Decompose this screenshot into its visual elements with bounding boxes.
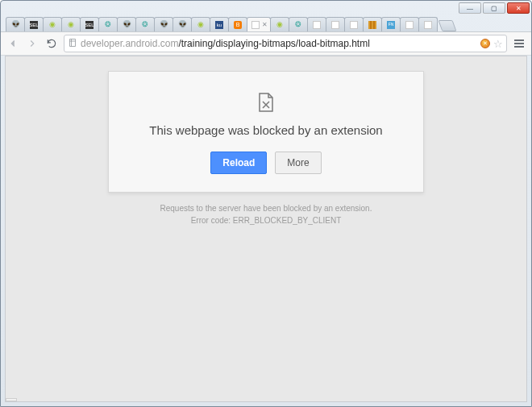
turtle-favicon-icon: ❂: [140, 20, 150, 30]
android-favicon-icon: ◉: [48, 20, 57, 30]
blank-favicon-icon: [349, 20, 359, 30]
browser-tab[interactable]: 👽: [117, 17, 136, 31]
android-favicon-icon: ◉: [66, 20, 76, 30]
browser-tab[interactable]: [307, 17, 326, 31]
fni-favicon-icon: FN: [386, 20, 396, 30]
blank-favicon-icon: [330, 20, 340, 30]
broken-page-icon: [258, 93, 274, 112]
blank-favicon-icon: [312, 20, 322, 30]
error-title: This webpage was blocked by an extension: [125, 123, 407, 137]
browser-tab[interactable]: SEL: [24, 17, 44, 31]
blogger-favicon-icon: B: [233, 20, 243, 30]
browser-tab[interactable]: ❂: [289, 17, 308, 31]
bookmark-star-icon[interactable]: ☆: [493, 38, 503, 50]
android-favicon-icon: ◉: [196, 20, 206, 30]
tab-strip: 👽SEL◉◉SEL❂👽❂👽👽◉kuB✕◉❂FN: [1, 15, 531, 31]
error-card: This webpage was blocked by an extension…: [108, 71, 424, 193]
status-bar: [6, 398, 17, 401]
browser-tab[interactable]: 👽: [154, 17, 173, 31]
reddit-favicon-icon: 👽: [159, 20, 168, 30]
browser-tab[interactable]: ❂: [98, 17, 118, 31]
browser-tab[interactable]: ◉: [191, 17, 210, 31]
browser-tab[interactable]: B: [228, 17, 247, 31]
maximize-button[interactable]: ▢: [483, 2, 505, 14]
chrome-menu-button[interactable]: [512, 36, 526, 51]
browser-tab[interactable]: [363, 17, 382, 31]
close-button[interactable]: ✕: [507, 2, 530, 14]
extension-block-icon[interactable]: [480, 39, 490, 48]
browser-tab[interactable]: 👽: [6, 17, 25, 31]
reddit-favicon-icon: 👽: [177, 20, 187, 30]
browser-tab[interactable]: SEL: [80, 17, 99, 31]
reddit-favicon-icon: 👽: [122, 20, 131, 30]
browser-tab[interactable]: ◉: [61, 17, 81, 31]
reload-page-button[interactable]: Reload: [210, 152, 267, 174]
turtle-favicon-icon: ❂: [103, 20, 113, 30]
site-info-icon[interactable]: [68, 38, 77, 49]
window-titlebar: — ▢ ✕: [1, 1, 531, 15]
browser-tab[interactable]: FN: [381, 17, 401, 31]
sel-favicon-icon: SEL: [85, 20, 94, 30]
forward-button[interactable]: [25, 36, 39, 51]
stripes-favicon-icon: [368, 20, 377, 30]
blank-favicon-icon: [405, 20, 414, 30]
toolbar: developer.android.com/training/displayin…: [1, 31, 531, 56]
browser-tab[interactable]: [418, 17, 438, 31]
address-bar[interactable]: developer.android.com/training/displayin…: [64, 35, 507, 52]
tab-close-icon[interactable]: ✕: [262, 21, 268, 28]
browser-tab[interactable]: [326, 17, 345, 31]
browser-tab[interactable]: ◉: [270, 17, 289, 31]
turtle-favicon-icon: ❂: [293, 20, 303, 30]
page-viewport: This webpage was blocked by an extension…: [5, 56, 527, 402]
browser-tab[interactable]: ✕: [247, 17, 271, 31]
error-subtext: Requests to the server have been blocked…: [6, 202, 526, 226]
new-tab-button[interactable]: [438, 20, 456, 31]
ku-favicon-icon: ku: [214, 20, 224, 30]
browser-tab[interactable]: ❂: [135, 17, 155, 31]
reddit-favicon-icon: 👽: [10, 20, 20, 30]
window-controls: — ▢ ✕: [459, 2, 530, 14]
blank-favicon-icon: [251, 20, 260, 30]
more-info-button[interactable]: More: [275, 152, 321, 174]
browser-tab[interactable]: ◉: [43, 17, 62, 31]
blank-favicon-icon: [423, 20, 433, 30]
back-button[interactable]: [6, 36, 20, 51]
browser-tab[interactable]: [400, 17, 419, 31]
android-favicon-icon: ◉: [275, 20, 285, 30]
sel-favicon-icon: SEL: [29, 20, 39, 30]
browser-tab[interactable]: ku: [210, 17, 229, 31]
reload-button[interactable]: [44, 36, 59, 51]
browser-tab[interactable]: [344, 17, 364, 31]
browser-window: — ▢ ✕ 👽SEL◉◉SEL❂👽❂👽👽◉kuB✕◉❂FN developer.…: [0, 0, 532, 407]
url-text: developer.android.com/training/displayin…: [81, 38, 477, 49]
minimize-button[interactable]: —: [459, 2, 481, 14]
browser-tab[interactable]: 👽: [172, 17, 192, 31]
